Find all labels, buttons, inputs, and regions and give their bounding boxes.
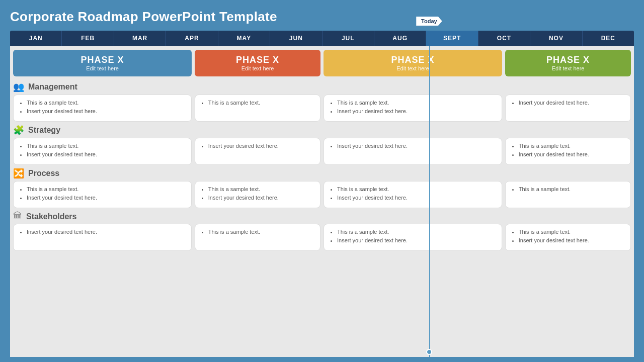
section-cards-2: This is a sample text.Insert your desire… bbox=[13, 181, 631, 208]
card-item: This is a sample text. bbox=[519, 186, 624, 193]
section-icon-0: 👥 bbox=[13, 81, 24, 93]
section-icon-2: 🔀 bbox=[13, 168, 24, 179]
month-header: JANFEBMARAPRMAYJUNJULAUGSEPTOCTNOVDEC bbox=[10, 31, 634, 46]
card-2-3: This is a sample text. bbox=[505, 181, 631, 208]
card-0-2: This is a sample text.Insert your desire… bbox=[324, 95, 502, 122]
section-header-0: 👥 Management bbox=[13, 81, 631, 93]
card-item: Insert your desired text here. bbox=[519, 151, 624, 158]
section-row-0: 👥 ManagementThis is a sample text.Insert… bbox=[10, 79, 634, 123]
month-cell-mar: MAR bbox=[114, 31, 166, 46]
phase-block-0: PHASE X Edit text here bbox=[13, 50, 192, 76]
section-row-3: 🏛 StakeholdersInsert your desired text h… bbox=[10, 209, 634, 252]
section-title-1: Strategy bbox=[28, 126, 60, 135]
card-2-2: This is a sample text.Insert your desire… bbox=[324, 181, 502, 208]
card-item: This is a sample text. bbox=[27, 186, 185, 193]
section-row-1: 🧩 StrategyThis is a sample text.Insert y… bbox=[10, 123, 634, 166]
month-cell-nov: NOV bbox=[530, 31, 582, 46]
card-item: Insert your desired text here. bbox=[337, 108, 496, 115]
phase-title-2: PHASE X bbox=[330, 55, 496, 65]
card-item: This is a sample text. bbox=[27, 142, 185, 150]
card-item: This is a sample text. bbox=[519, 142, 624, 150]
card-item: Insert your desired text here. bbox=[519, 237, 624, 244]
card-item: Insert your desired text here. bbox=[27, 108, 185, 115]
card-item: This is a sample text. bbox=[337, 228, 496, 236]
phase-row: PHASE X Edit text herePHASE X Edit text … bbox=[10, 46, 634, 79]
card-3-3: This is a sample text.Insert your desire… bbox=[505, 224, 631, 251]
card-item: This is a sample text. bbox=[208, 228, 314, 236]
card-2-0: This is a sample text.Insert your desire… bbox=[13, 181, 192, 208]
card-item: Insert your desired text here. bbox=[27, 194, 185, 202]
card-1-1: Insert your desired text here. bbox=[195, 138, 320, 165]
month-cell-jun: JUN bbox=[270, 31, 322, 46]
card-item: This is a sample text. bbox=[337, 99, 496, 107]
card-item: This is a sample text. bbox=[208, 99, 314, 107]
section-icon-3: 🏛 bbox=[13, 211, 22, 222]
phase-subtitle-0: Edit text here bbox=[19, 65, 186, 71]
phase-subtitle-2: Edit text here bbox=[330, 65, 496, 71]
card-item: Insert your desired text here. bbox=[519, 99, 624, 107]
card-item: Insert your desired text here. bbox=[27, 228, 185, 236]
card-item: Insert your desired text here. bbox=[337, 194, 496, 202]
phase-title-0: PHASE X bbox=[19, 55, 186, 65]
today-dot bbox=[426, 349, 432, 355]
card-0-0: This is a sample text.Insert your desire… bbox=[13, 95, 192, 122]
card-item: Insert your desired text here. bbox=[27, 151, 185, 158]
section-title-0: Management bbox=[28, 82, 77, 92]
phase-title-1: PHASE X bbox=[201, 55, 314, 65]
month-cell-dec: DEC bbox=[583, 31, 634, 46]
phase-block-3: PHASE X Edit text here bbox=[505, 50, 631, 76]
card-1-3: This is a sample text.Insert your desire… bbox=[505, 138, 631, 165]
card-1-0: This is a sample text.Insert your desire… bbox=[13, 138, 192, 165]
month-cell-feb: FEB bbox=[62, 31, 114, 46]
card-item: Insert your desired text here. bbox=[337, 237, 496, 244]
card-item: Insert your desired text here. bbox=[208, 194, 314, 202]
today-flag: Today bbox=[416, 17, 442, 26]
phase-title-3: PHASE X bbox=[511, 55, 625, 65]
month-cell-sept: SEPT bbox=[426, 31, 478, 46]
section-icon-1: 🧩 bbox=[13, 125, 24, 136]
today-line bbox=[429, 46, 430, 357]
card-item: Insert your desired text here. bbox=[208, 142, 314, 150]
main-content: PHASE X Edit text herePHASE X Edit text … bbox=[10, 46, 634, 357]
month-cell-aug: AUG bbox=[374, 31, 426, 46]
month-cell-may: MAY bbox=[218, 31, 270, 46]
section-title-2: Process bbox=[28, 169, 59, 178]
sections-container: 👥 ManagementThis is a sample text.Insert… bbox=[10, 79, 634, 252]
section-row-2: 🔀 ProcessThis is a sample text.Insert yo… bbox=[10, 166, 634, 209]
card-3-1: This is a sample text. bbox=[195, 224, 320, 251]
card-0-1: This is a sample text. bbox=[195, 95, 320, 122]
page-title: Corporate Roadmap PowerPoint Template bbox=[10, 9, 634, 25]
month-cell-jul: JUL bbox=[323, 31, 374, 46]
section-cards-0: This is a sample text.Insert your desire… bbox=[13, 95, 631, 122]
phase-block-2: PHASE X Edit text here bbox=[324, 50, 502, 76]
section-header-1: 🧩 Strategy bbox=[13, 125, 631, 136]
card-item: This is a sample text. bbox=[27, 99, 185, 107]
phase-block-1: PHASE X Edit text here bbox=[195, 50, 320, 76]
card-3-2: This is a sample text.Insert your desire… bbox=[324, 224, 502, 251]
section-header-3: 🏛 Stakeholders bbox=[13, 211, 631, 222]
month-cell-oct: OCT bbox=[478, 31, 530, 46]
card-item: Insert your desired text here. bbox=[337, 142, 496, 150]
phase-subtitle-1: Edit text here bbox=[201, 65, 314, 71]
section-cards-1: This is a sample text.Insert your desire… bbox=[13, 138, 631, 165]
card-0-3: Insert your desired text here. bbox=[505, 95, 631, 122]
section-cards-3: Insert your desired text here.This is a … bbox=[13, 224, 631, 251]
card-2-1: This is a sample text.Insert your desire… bbox=[195, 181, 320, 208]
section-title-3: Stakeholders bbox=[26, 212, 76, 221]
card-item: This is a sample text. bbox=[337, 186, 496, 193]
card-3-0: Insert your desired text here. bbox=[13, 224, 192, 251]
phase-subtitle-3: Edit text here bbox=[511, 65, 625, 71]
month-cell-apr: APR bbox=[166, 31, 218, 46]
today-marker: Today bbox=[416, 17, 442, 26]
card-item: This is a sample text. bbox=[519, 228, 624, 236]
card-1-2: Insert your desired text here. bbox=[324, 138, 502, 165]
month-cell-jan: JAN bbox=[10, 31, 62, 46]
outer-container: Corporate Roadmap PowerPoint Template To… bbox=[0, 0, 644, 362]
section-header-2: 🔀 Process bbox=[13, 168, 631, 179]
card-item: This is a sample text. bbox=[208, 186, 314, 193]
